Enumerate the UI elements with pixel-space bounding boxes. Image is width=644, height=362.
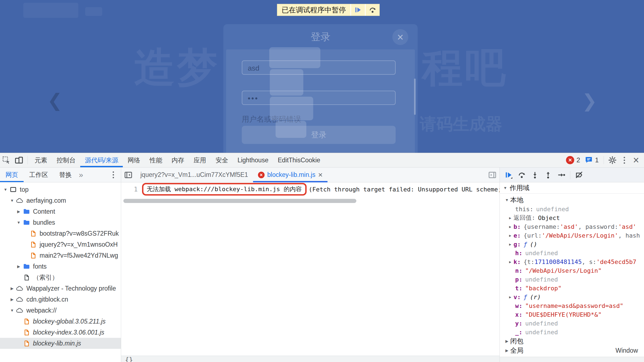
chevron-right-icon[interactable]: ▶ xyxy=(507,260,513,264)
tab-memory[interactable]: 内存 xyxy=(167,153,189,167)
chevron-down-icon[interactable]: ▼ xyxy=(2,187,9,192)
close-devtools-icon[interactable]: × xyxy=(630,155,642,165)
step-over-banner-button[interactable] xyxy=(366,4,379,16)
password-field[interactable]: ••• xyxy=(242,91,396,105)
scope-var-k[interactable]: ▶ k: {t: 1711008481145 , s: 'de45ecd5b7 xyxy=(500,257,644,266)
tree-item-folder[interactable]: ▼ bundles xyxy=(0,217,121,228)
scope-var-b[interactable]: ▶ b: {username: 'asd' , password: 'asd' xyxy=(500,222,644,231)
scope-section-header[interactable]: ▼ 作用域 xyxy=(500,182,644,194)
tree-item-script[interactable]: jquery2?v=x_Vm1wnsoOxH xyxy=(0,239,121,250)
chevron-down-icon[interactable]: ▼ xyxy=(9,198,15,203)
tree-item-folder[interactable]: ▶ fonts xyxy=(0,261,121,272)
var-name: _: xyxy=(515,329,523,336)
tree-item-script[interactable]: main2?v=f5Jwe42Yd7NLwg xyxy=(0,250,121,261)
editor-tab-jquery[interactable]: jquery2?v=x_Vm1...uCim77XcYMf5E1 xyxy=(135,168,253,182)
tree-item-script[interactable]: blockey-global.3.05.211.js xyxy=(0,316,121,327)
scope-var-v[interactable]: ▶ v: ƒ (r) xyxy=(500,293,644,301)
chevron-right-icon[interactable]: ▶ xyxy=(507,233,513,238)
scope-var-p[interactable]: p: undefined xyxy=(500,275,644,284)
scope-section-local[interactable]: ▼ 本地 xyxy=(500,195,644,205)
navigator-more-options-icon[interactable] xyxy=(108,171,119,178)
tree-item-domain[interactable]: ▶ Wappalyzer - Technology profile xyxy=(0,283,121,294)
horizontal-scrollbar[interactable] xyxy=(123,199,356,203)
chevron-right-icon[interactable]: ▶ xyxy=(507,295,513,299)
tab-elements[interactable]: 元素 xyxy=(30,153,52,167)
chevron-right-icon[interactable]: ▶ xyxy=(507,216,513,220)
tab-lighthouse[interactable]: Lighthouse xyxy=(233,153,273,167)
tab-editthiscookie[interactable]: EditThisCookie xyxy=(273,153,325,167)
chevron-down-icon[interactable]: ▼ xyxy=(15,220,22,225)
tree-item-script-selected[interactable]: blockey-lib.min.js xyxy=(0,338,121,349)
tab-security[interactable]: 安全 xyxy=(211,153,233,167)
settings-gear-icon[interactable] xyxy=(606,153,619,167)
scope-var-t[interactable]: t: "backdrop" xyxy=(500,284,644,293)
close-tab-icon[interactable]: × xyxy=(318,171,323,179)
issues-count[interactable]: 1 xyxy=(595,156,599,164)
editor-tab-blockey-lib[interactable]: × blockey-lib.min.js × xyxy=(253,168,327,182)
login-submit-button[interactable]: 登录 xyxy=(242,126,396,144)
chevron-right-icon[interactable]: ▶ xyxy=(9,297,15,302)
tab-performance[interactable]: 性能 xyxy=(145,153,167,167)
chevron-down-icon[interactable]: ▼ xyxy=(9,308,15,313)
tree-item-webpack[interactable]: ▼ webpack:// xyxy=(0,305,121,316)
tree-item-top[interactable]: ▼ top xyxy=(0,184,121,195)
chevron-right-icon[interactable]: ▶ xyxy=(15,264,22,269)
step-into-icon[interactable] xyxy=(528,168,542,182)
scope-section-global[interactable]: ▶ 全局 Window xyxy=(500,346,644,355)
inspect-element-button[interactable] xyxy=(0,153,13,167)
tree-item-folder[interactable]: ▶ Content xyxy=(0,206,121,217)
chevron-down-icon: ▼ xyxy=(502,186,509,190)
source-editor: jquery2?v=x_Vm1...uCim77XcYMf5E1 × block… xyxy=(121,168,500,362)
more-options-icon[interactable] xyxy=(619,157,630,164)
tree-item-domain[interactable]: ▶ cdn.gitblock.cn xyxy=(0,294,121,305)
more-tabs-chevron[interactable]: » xyxy=(77,168,85,182)
modal-close-button[interactable]: × xyxy=(392,29,408,45)
resume-script-icon[interactable] xyxy=(502,168,515,182)
device-toolbar-button[interactable] xyxy=(13,153,25,167)
scope-var-y[interactable]: y: undefined xyxy=(500,319,644,328)
scope-var-return[interactable]: ▶ 返回值: Object xyxy=(500,213,644,222)
step-out-icon[interactable] xyxy=(542,168,555,182)
chevron-right-icon[interactable]: ▶ xyxy=(507,225,513,229)
error-count-icon[interactable]: × xyxy=(566,156,574,164)
resume-script-button[interactable] xyxy=(351,4,365,16)
scope-var-h[interactable]: h: undefined xyxy=(500,249,644,257)
tree-item-domain[interactable]: ▼ aerfaying.com xyxy=(0,195,121,206)
tree-item-script[interactable]: bootstrap?v=w8sGS72FRuk xyxy=(0,228,121,239)
tab-page[interactable]: 网页 xyxy=(0,168,24,182)
chevron-right-icon[interactable]: ▶ xyxy=(9,286,15,291)
function-symbol: ƒ xyxy=(524,294,527,300)
modal-scrollbar[interactable] xyxy=(414,79,416,115)
tab-overrides[interactable]: 替换 xyxy=(54,168,77,182)
scope-var-w[interactable]: w: "username=asd&password=asd" xyxy=(500,301,644,310)
scope-var-e[interactable]: ▶ e: {url: '/WebApi/Users/Login' , hash xyxy=(500,231,644,240)
tab-network[interactable]: 网络 xyxy=(123,153,145,167)
var-name: b: xyxy=(513,223,521,230)
scope-var-g[interactable]: ▶ g: ƒ () xyxy=(500,240,644,249)
tree-item-script[interactable]: blockey-index.3.06.001.js xyxy=(0,327,121,338)
tab-application[interactable]: 应用 xyxy=(189,153,211,167)
divider xyxy=(27,156,28,164)
chevron-right-icon[interactable]: ▶ xyxy=(15,209,22,214)
scope-section-closure[interactable]: ▶ 闭包 xyxy=(500,336,644,346)
paused-banner-text: 已在调试程序中暂停 xyxy=(277,4,350,16)
pretty-print-button[interactable]: {} xyxy=(125,356,133,362)
step-icon[interactable] xyxy=(555,168,568,182)
chevron-right-icon[interactable]: ▶ xyxy=(507,242,513,246)
deactivate-breakpoints-icon[interactable] xyxy=(573,168,586,182)
scope-var-n[interactable]: n: "/WebApi/Users/Login" xyxy=(500,266,644,275)
show-debugger-panel-icon[interactable] xyxy=(485,168,499,182)
error-count[interactable]: 2 xyxy=(576,156,580,164)
carousel-prev-icon[interactable]: ❮ xyxy=(47,91,62,109)
issues-icon[interactable] xyxy=(585,156,593,164)
hide-navigator-icon[interactable] xyxy=(121,168,135,182)
step-over-icon[interactable] xyxy=(515,168,528,182)
tree-item-index[interactable]: （索引） xyxy=(0,272,121,283)
tab-workspace[interactable]: 工作区 xyxy=(24,168,54,182)
tab-sources[interactable]: 源代码/来源 xyxy=(80,153,123,167)
scope-var-x[interactable]: x: "DUE$DEHFYE(YRUEHD*&" xyxy=(500,310,644,319)
scope-var-this[interactable]: this: undefined xyxy=(500,205,644,213)
scope-var-underscore[interactable]: _: undefined xyxy=(500,328,644,336)
tab-console[interactable]: 控制台 xyxy=(52,153,80,167)
carousel-next-icon[interactable]: ❯ xyxy=(582,92,597,110)
